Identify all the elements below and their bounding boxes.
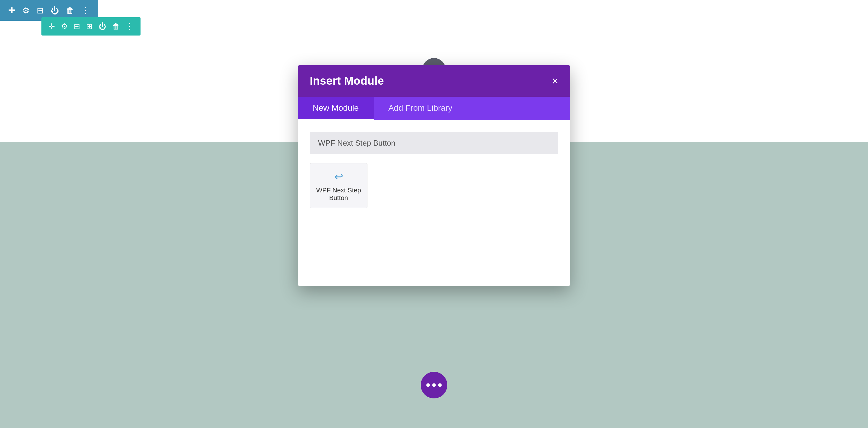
trash-icon-2[interactable]: 🗑 <box>112 22 120 31</box>
dot-1 <box>426 383 430 387</box>
modal-close-button[interactable]: × <box>552 76 558 86</box>
more-icon[interactable]: ⋮ <box>81 6 90 16</box>
module-card-icon: ↩ <box>334 171 343 183</box>
layout-icon[interactable]: ⊟ <box>37 6 43 16</box>
module-card-label: WPF Next Step Button <box>316 186 361 202</box>
dots-action-button[interactable] <box>421 372 447 398</box>
tab-add-from-library[interactable]: Add From Library <box>374 97 467 120</box>
module-card-wpf-next-step[interactable]: ↩ WPF Next Step Button <box>310 163 367 208</box>
grid-icon[interactable]: ⊞ <box>86 22 93 31</box>
plus-icon[interactable]: ✚ <box>8 6 15 16</box>
insert-module-modal: Insert Module × New Module Add From Libr… <box>298 65 570 286</box>
dots-inner <box>426 383 442 387</box>
dot-3 <box>438 383 442 387</box>
modal-header: Insert Module × <box>298 65 570 97</box>
columns-icon[interactable]: ⊟ <box>74 22 80 31</box>
power-icon[interactable]: ⏻ <box>51 6 59 16</box>
modal-container: Insert Module × New Module Add From Libr… <box>298 65 570 286</box>
modal-body: ↩ WPF Next Step Button <box>298 120 570 286</box>
modal-title: Insert Module <box>310 74 384 87</box>
modal-tabs: New Module Add From Library <box>298 97 570 120</box>
tab-new-module[interactable]: New Module <box>298 97 374 120</box>
module-search-input[interactable] <box>310 132 558 154</box>
dots-icon[interactable]: ⋮ <box>126 22 133 31</box>
power-icon-2[interactable]: ⏻ <box>98 22 106 31</box>
module-grid: ↩ WPF Next Step Button <box>310 163 558 208</box>
gear-icon[interactable]: ⚙ <box>22 6 30 16</box>
trash-icon[interactable]: 🗑 <box>66 6 74 16</box>
settings-icon[interactable]: ⚙ <box>61 22 68 31</box>
move-icon[interactable]: ✛ <box>49 22 55 31</box>
secondary-toolbar: ✛ ⚙ ⊟ ⊞ ⏻ 🗑 ⋮ <box>41 17 141 35</box>
dot-2 <box>432 383 436 387</box>
